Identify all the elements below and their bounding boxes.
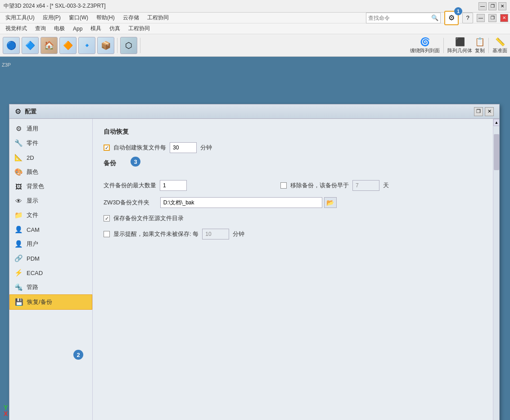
- backup-title: 备份: [104, 159, 116, 167]
- remove-backup-unit: 天: [383, 181, 389, 190]
- file-label: Z3P: [0, 61, 13, 68]
- badge-2: 2: [73, 350, 83, 360]
- sidebar-item-general[interactable]: ⚙ 通用: [9, 122, 92, 136]
- title-text: 中望3D 2024 x64 - [* SXL-003-3-2.Z3PRT]: [4, 2, 106, 10]
- scroll-thumb[interactable]: [494, 134, 499, 170]
- toolbar-icon-1[interactable]: 🔵: [3, 37, 20, 54]
- sidebar-item-user[interactable]: 👤 用户: [9, 237, 92, 251]
- recovery-icon: 💾: [14, 298, 23, 307]
- title-controls: — ❐ ✕: [478, 2, 506, 10]
- cam-icon: 👤: [14, 225, 23, 234]
- close-button[interactable]: ✕: [498, 2, 506, 10]
- search-input[interactable]: [368, 15, 431, 21]
- remove-backup-checkbox[interactable]: [280, 182, 287, 189]
- remove-backup-label: 移除备份，该备份早于: [290, 181, 349, 190]
- menu-eng2[interactable]: 工程协同: [125, 24, 153, 33]
- backup-folder-input[interactable]: [160, 197, 322, 208]
- scroll-up-arrow[interactable]: ▲: [493, 119, 499, 126]
- show-reminder-row: 显示提醒，如果文件未被保存: 每 分钟: [104, 229, 482, 239]
- toolbar-sep-2: [140, 38, 140, 53]
- pdm-icon: 🔗: [14, 254, 23, 263]
- search-box[interactable]: 🔍: [366, 13, 441, 23]
- show-reminder-unit: 分钟: [233, 230, 244, 238]
- help-button[interactable]: ?: [462, 13, 473, 23]
- sidebar-item-color[interactable]: 🎨 颜色: [9, 165, 92, 179]
- auto-recovery-title: 自动恢复: [104, 128, 482, 136]
- sidebar-item-ecad[interactable]: ⚡ ECAD: [9, 266, 92, 280]
- badge-1: 1: [454, 7, 462, 15]
- menu-app2[interactable]: App: [69, 25, 86, 33]
- titlebar-max[interactable]: ❐: [488, 14, 496, 22]
- browse-folder-button[interactable]: 📂: [324, 197, 337, 208]
- toolbar-array-geo[interactable]: ⬛ 阵列几何体: [447, 37, 472, 54]
- remove-backup-input[interactable]: [352, 180, 379, 191]
- max-backup-input[interactable]: [160, 180, 187, 191]
- toolbar-icon-7[interactable]: ⬡: [120, 37, 137, 54]
- menu-bar-2: 视觉样式 查询 电极 App 模具 仿真 工程协同: [0, 23, 510, 34]
- restore-button[interactable]: ❐: [488, 2, 496, 10]
- minimize-button[interactable]: —: [478, 2, 487, 10]
- auto-create-input[interactable]: [170, 142, 197, 153]
- menu-query[interactable]: 查询: [32, 24, 50, 33]
- sidebar-item-cam[interactable]: 👤 CAM: [9, 222, 92, 237]
- menu-engineering[interactable]: 工程协同: [144, 13, 172, 23]
- max-backup-row: 文件备份的最大数量 移除备份，该备份早于 天: [104, 180, 482, 191]
- toolbar-wrap-array[interactable]: 🌀 缠绕阵列到面: [410, 37, 440, 54]
- show-reminder-input[interactable]: [202, 229, 229, 239]
- config-content: 自动恢复 自动创建恢复文件每 分钟 备份 3: [93, 119, 493, 420]
- config-sidebar: ⚙ 通用 🔧 零件 📐 2D 🎨 颜色: [9, 119, 93, 420]
- general-icon: ⚙: [14, 124, 23, 133]
- menu-electrode[interactable]: 电极: [50, 24, 68, 33]
- toolbar-icon-5[interactable]: 🔹: [78, 37, 95, 54]
- titlebar-close[interactable]: ✕: [500, 14, 508, 22]
- titlebar-min[interactable]: —: [477, 14, 485, 22]
- menu-visual[interactable]: 视觉样式: [2, 24, 31, 33]
- dialog-close-btn[interactable]: ✕: [485, 107, 494, 116]
- menu-utility[interactable]: 实用工具(U): [2, 13, 38, 23]
- toolbar-sep-1: [117, 38, 117, 53]
- dialog-title-controls: ❐ ✕: [474, 107, 494, 116]
- dialog-title-text: 配置: [25, 108, 36, 116]
- menu-mold[interactable]: 模具: [87, 24, 105, 33]
- toolbar-icon-4[interactable]: 🔶: [59, 37, 77, 54]
- menu-app[interactable]: 应用(P): [39, 13, 64, 23]
- sidebar-item-pdm[interactable]: 🔗 PDM: [9, 251, 92, 266]
- sidebar-item-file[interactable]: 📁 文件: [9, 208, 92, 222]
- toolbar-icon-3[interactable]: 🏠: [41, 37, 58, 54]
- part-icon: 🔧: [14, 139, 23, 148]
- menu-cloud[interactable]: 云存储: [119, 13, 143, 23]
- toolbar-icon-2[interactable]: 🔷: [22, 37, 39, 54]
- sidebar-item-background[interactable]: 🖼 背景色: [9, 179, 92, 194]
- toolbar-datum-plane[interactable]: 📏 基准面: [492, 37, 507, 54]
- sidebar-item-part[interactable]: 🔧 零件: [9, 136, 92, 150]
- menu-bar-1: 实用工具(U) 应用(P) 窗口(W) 帮助(H) 云存储 工程协同 🔍 ⚙ 1…: [0, 13, 510, 23]
- workspace: Z3P ⚙ 配置 ❐ ✕ ⚙ 通用: [0, 57, 510, 420]
- config-dialog: ⚙ 配置 ❐ ✕ ⚙ 通用 🔧 零件: [9, 104, 500, 420]
- backup-folder-label: ZW3D备份文件夹: [104, 199, 149, 207]
- auto-create-label: 自动创建恢复文件每: [113, 144, 166, 152]
- menu-help[interactable]: 帮助(H): [93, 13, 118, 23]
- search-icon: 🔍: [431, 14, 438, 21]
- sidebar-item-display[interactable]: 👁 显示: [9, 194, 92, 208]
- dialog-title-bar: ⚙ 配置 ❐ ✕: [9, 104, 499, 119]
- background-icon: 🖼: [14, 182, 23, 191]
- dialog-restore-btn[interactable]: ❐: [474, 107, 483, 116]
- toolbar-sep-3: [443, 38, 444, 53]
- max-backup-label: 文件备份的最大数量: [104, 181, 156, 190]
- show-reminder-checkbox[interactable]: [104, 231, 110, 237]
- dialog-scrollbar[interactable]: ▲ ▼: [493, 119, 499, 420]
- menu-sim[interactable]: 仿真: [106, 24, 124, 33]
- menu-window[interactable]: 窗口(W): [65, 13, 92, 23]
- sidebar-item-pipe[interactable]: 🔩 管路: [9, 280, 92, 294]
- save-to-source-checkbox[interactable]: [104, 215, 110, 221]
- dialog-body: ⚙ 通用 🔧 零件 📐 2D 🎨 颜色: [9, 119, 499, 420]
- show-reminder-label: 显示提醒，如果文件未被保存: 每: [113, 230, 199, 238]
- sidebar-item-2d[interactable]: 📐 2D: [9, 150, 92, 165]
- sidebar-item-recovery[interactable]: 💾 恢复/备份: [9, 294, 92, 310]
- display-icon: 👁: [14, 196, 23, 205]
- toolbar-copy[interactable]: 📋 复制: [475, 37, 485, 54]
- toolbar-icon-6[interactable]: 📦: [97, 37, 114, 54]
- main-toolbar: 🔵 🔷 🏠 🔶 🔹 📦 ⬡ 🌀 缠绕阵列到面 ⬛ 阵列几何体 📋 复制: [0, 34, 510, 57]
- auto-create-checkbox[interactable]: [104, 145, 110, 151]
- user-icon: 👤: [14, 239, 23, 248]
